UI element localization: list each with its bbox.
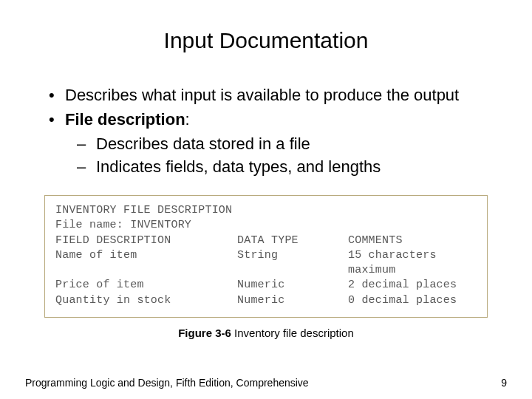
bullet-text-bold: File description: [65, 110, 185, 129]
figure-data-row: Name of item String 15 characters maximu…: [55, 248, 477, 279]
bullet-text: :: [185, 110, 190, 129]
figure-caption: Figure 3-6 Inventory file description: [22, 327, 510, 339]
bullet-item: File description: Describes data stored …: [49, 109, 502, 177]
bullet-list: Describes what input is available to pro…: [49, 84, 502, 177]
figure-line: File name: INVENTORY: [55, 218, 477, 233]
figure-line: INVENTORY FILE DESCRIPTION: [55, 203, 477, 218]
figure-cell: Numeric: [237, 278, 348, 293]
sub-bullet-item: Indicates fields, data types, and length…: [77, 156, 502, 177]
figure-data-row: Quantity in stock Numeric 0 decimal plac…: [55, 293, 477, 308]
figure-cell: 15 characters maximum: [348, 248, 477, 279]
sub-bullet-item: Describes data stored in a file: [77, 133, 502, 154]
body-content: Describes what input is available to pro…: [22, 84, 510, 177]
page-title: Input Documentation: [22, 28, 510, 53]
footer: Programming Logic and Design, Fifth Edit…: [25, 377, 507, 389]
figure-caption-text: Inventory file description: [231, 327, 354, 339]
page-number: 9: [501, 377, 507, 389]
figure-cell: 0 decimal places: [348, 293, 477, 308]
bullet-text: Describes what input is available to pro…: [65, 86, 459, 104]
figure-cell: Price of item: [55, 278, 237, 293]
figure-header-row: FIELD DESCRIPTION DATA TYPE COMMENTS: [55, 233, 477, 248]
figure-header-cell: FIELD DESCRIPTION: [55, 233, 237, 248]
figure-cell: Name of item: [55, 248, 237, 279]
figure-cell: 2 decimal places: [348, 278, 477, 293]
figure-cell: String: [237, 248, 348, 279]
figure-cell: Quantity in stock: [55, 293, 237, 308]
figure-header-cell: DATA TYPE: [237, 233, 348, 248]
figure-header-cell: COMMENTS: [348, 233, 477, 248]
footer-left: Programming Logic and Design, Fifth Edit…: [25, 377, 309, 389]
figure-number: Figure 3-6: [178, 327, 231, 339]
slide: Input Documentation Describes what input…: [0, 0, 532, 399]
bullet-item: Describes what input is available to pro…: [49, 84, 502, 106]
sub-bullet-list: Describes data stored in a file Indicate…: [65, 133, 502, 177]
sub-bullet-text: Describes data stored in a file: [96, 134, 310, 153]
figure-cell: Numeric: [237, 293, 348, 308]
figure-data-row: Price of item Numeric 2 decimal places: [55, 278, 477, 293]
figure-box: INVENTORY FILE DESCRIPTION File name: IN…: [44, 195, 488, 318]
sub-bullet-text: Indicates fields, data types, and length…: [96, 157, 381, 176]
